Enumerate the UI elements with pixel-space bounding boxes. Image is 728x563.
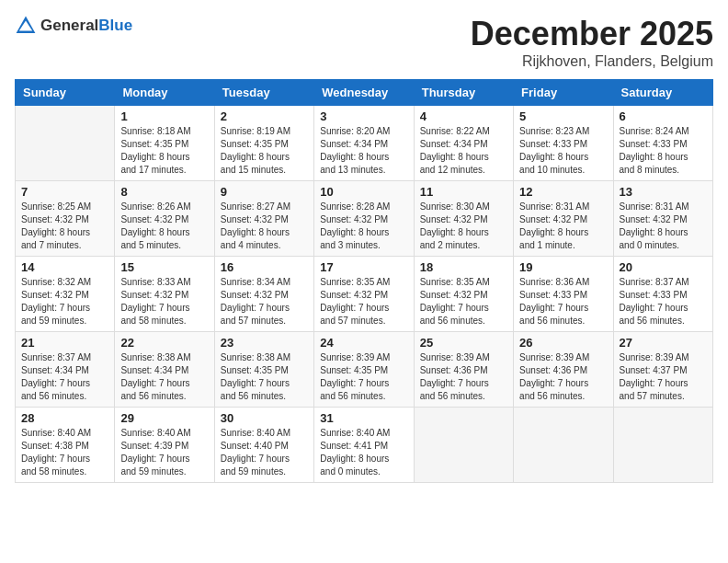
day-info: Sunrise: 8:33 AM Sunset: 4:32 PM Dayligh…: [120, 276, 208, 327]
calendar-cell: 1Sunrise: 8:18 AM Sunset: 4:35 PM Daylig…: [115, 106, 214, 181]
day-info: Sunrise: 8:36 AM Sunset: 4:33 PM Dayligh…: [519, 276, 607, 327]
calendar-week-row: 1Sunrise: 8:18 AM Sunset: 4:35 PM Daylig…: [16, 106, 713, 181]
calendar-cell: 17Sunrise: 8:35 AM Sunset: 4:32 PM Dayli…: [314, 257, 414, 332]
calendar-cell: 23Sunrise: 8:38 AM Sunset: 4:35 PM Dayli…: [214, 332, 313, 408]
day-number: 16: [221, 260, 308, 274]
calendar-cell: [16, 106, 115, 181]
day-number: 21: [21, 336, 108, 350]
day-number: 12: [519, 185, 607, 199]
day-number: 24: [320, 336, 407, 350]
calendar-cell: 31Sunrise: 8:40 AM Sunset: 4:41 PM Dayli…: [314, 408, 414, 483]
calendar-cell: 11Sunrise: 8:30 AM Sunset: 4:32 PM Dayli…: [414, 181, 513, 257]
logo-general: General: [40, 17, 98, 34]
calendar-cell: 12Sunrise: 8:31 AM Sunset: 4:32 PM Dayli…: [514, 181, 613, 257]
day-info: Sunrise: 8:38 AM Sunset: 4:35 PM Dayligh…: [221, 351, 308, 403]
calendar-week-row: 28Sunrise: 8:40 AM Sunset: 4:38 PM Dayli…: [16, 408, 713, 483]
day-number: 26: [519, 336, 607, 350]
weekday-header-thursday: Thursday: [414, 80, 513, 106]
month-title: December 2025: [471, 15, 713, 53]
calendar-cell: 30Sunrise: 8:40 AM Sunset: 4:40 PM Dayli…: [214, 408, 313, 483]
weekday-header-wednesday: Wednesday: [314, 80, 414, 106]
calendar-cell: 22Sunrise: 8:38 AM Sunset: 4:34 PM Dayli…: [115, 332, 214, 408]
day-info: Sunrise: 8:18 AM Sunset: 4:35 PM Dayligh…: [120, 125, 208, 177]
calendar-cell: 2Sunrise: 8:19 AM Sunset: 4:35 PM Daylig…: [214, 106, 313, 181]
calendar-cell: 20Sunrise: 8:37 AM Sunset: 4:33 PM Dayli…: [613, 257, 712, 332]
calendar-cell: 18Sunrise: 8:35 AM Sunset: 4:32 PM Dayli…: [414, 257, 513, 332]
day-info: Sunrise: 8:28 AM Sunset: 4:32 PM Dayligh…: [320, 201, 407, 252]
calendar-cell: 6Sunrise: 8:24 AM Sunset: 4:33 PM Daylig…: [613, 106, 712, 181]
day-info: Sunrise: 8:22 AM Sunset: 4:34 PM Dayligh…: [420, 125, 507, 177]
day-info: Sunrise: 8:34 AM Sunset: 4:32 PM Dayligh…: [221, 276, 308, 327]
calendar-cell: [514, 408, 613, 483]
calendar-cell: [414, 408, 513, 483]
day-number: 11: [420, 185, 507, 199]
weekday-header-saturday: Saturday: [613, 80, 712, 106]
day-info: Sunrise: 8:39 AM Sunset: 4:37 PM Dayligh…: [620, 351, 707, 403]
calendar-cell: 26Sunrise: 8:39 AM Sunset: 4:36 PM Dayli…: [514, 332, 613, 408]
day-number: 19: [519, 260, 607, 274]
day-number: 8: [120, 185, 208, 199]
calendar-cell: 29Sunrise: 8:40 AM Sunset: 4:39 PM Dayli…: [115, 408, 214, 483]
day-number: 9: [221, 185, 308, 199]
calendar-cell: 25Sunrise: 8:39 AM Sunset: 4:36 PM Dayli…: [414, 332, 513, 408]
day-number: 10: [320, 185, 407, 199]
day-number: 25: [420, 336, 507, 350]
day-info: Sunrise: 8:37 AM Sunset: 4:33 PM Dayligh…: [620, 276, 707, 327]
day-info: Sunrise: 8:39 AM Sunset: 4:35 PM Dayligh…: [320, 351, 407, 403]
weekday-header-monday: Monday: [115, 80, 214, 106]
calendar-cell: 9Sunrise: 8:27 AM Sunset: 4:32 PM Daylig…: [214, 181, 313, 257]
calendar-cell: 7Sunrise: 8:25 AM Sunset: 4:32 PM Daylig…: [16, 181, 115, 257]
calendar-cell: 8Sunrise: 8:26 AM Sunset: 4:32 PM Daylig…: [115, 181, 214, 257]
day-number: 7: [21, 185, 108, 199]
calendar-week-row: 14Sunrise: 8:32 AM Sunset: 4:32 PM Dayli…: [16, 257, 713, 332]
day-info: Sunrise: 8:30 AM Sunset: 4:32 PM Dayligh…: [420, 201, 507, 252]
calendar-cell: 5Sunrise: 8:23 AM Sunset: 4:33 PM Daylig…: [514, 106, 613, 181]
calendar-cell: 10Sunrise: 8:28 AM Sunset: 4:32 PM Dayli…: [314, 181, 414, 257]
day-number: 22: [120, 336, 208, 350]
day-info: Sunrise: 8:40 AM Sunset: 4:41 PM Dayligh…: [320, 427, 407, 478]
day-info: Sunrise: 8:39 AM Sunset: 4:36 PM Dayligh…: [519, 351, 607, 403]
page-header: GeneralBlue December 2025 Rijkhoven, Fla…: [15, 15, 713, 70]
day-number: 30: [221, 411, 308, 425]
day-number: 4: [420, 109, 507, 123]
calendar-cell: [613, 408, 712, 483]
day-number: 6: [620, 109, 707, 123]
day-info: Sunrise: 8:26 AM Sunset: 4:32 PM Dayligh…: [120, 201, 208, 252]
calendar-cell: 24Sunrise: 8:39 AM Sunset: 4:35 PM Dayli…: [314, 332, 414, 408]
day-info: Sunrise: 8:31 AM Sunset: 4:32 PM Dayligh…: [620, 201, 707, 252]
day-number: 14: [21, 260, 108, 274]
day-info: Sunrise: 8:40 AM Sunset: 4:40 PM Dayligh…: [221, 427, 308, 478]
day-info: Sunrise: 8:23 AM Sunset: 4:33 PM Dayligh…: [519, 125, 607, 177]
calendar-cell: 28Sunrise: 8:40 AM Sunset: 4:38 PM Dayli…: [16, 408, 115, 483]
title-area: December 2025 Rijkhoven, Flanders, Belgi…: [471, 15, 713, 70]
day-info: Sunrise: 8:25 AM Sunset: 4:32 PM Dayligh…: [21, 201, 108, 252]
day-info: Sunrise: 8:32 AM Sunset: 4:32 PM Dayligh…: [21, 276, 108, 327]
day-info: Sunrise: 8:27 AM Sunset: 4:32 PM Dayligh…: [221, 201, 308, 252]
day-number: 1: [120, 109, 208, 123]
weekday-header-sunday: Sunday: [16, 80, 115, 106]
day-info: Sunrise: 8:38 AM Sunset: 4:34 PM Dayligh…: [120, 351, 208, 403]
day-number: 15: [120, 260, 208, 274]
day-number: 28: [21, 411, 108, 425]
weekday-header-friday: Friday: [514, 80, 613, 106]
calendar-cell: 27Sunrise: 8:39 AM Sunset: 4:37 PM Dayli…: [613, 332, 712, 408]
calendar-cell: 4Sunrise: 8:22 AM Sunset: 4:34 PM Daylig…: [414, 106, 513, 181]
day-info: Sunrise: 8:40 AM Sunset: 4:38 PM Dayligh…: [21, 427, 108, 478]
day-info: Sunrise: 8:35 AM Sunset: 4:32 PM Dayligh…: [420, 276, 507, 327]
day-number: 5: [519, 109, 607, 123]
day-number: 20: [620, 260, 707, 274]
day-number: 29: [120, 411, 208, 425]
calendar-week-row: 7Sunrise: 8:25 AM Sunset: 4:32 PM Daylig…: [16, 181, 713, 257]
day-number: 13: [620, 185, 707, 199]
calendar-cell: 15Sunrise: 8:33 AM Sunset: 4:32 PM Dayli…: [115, 257, 214, 332]
day-info: Sunrise: 8:37 AM Sunset: 4:34 PM Dayligh…: [21, 351, 108, 403]
day-number: 23: [221, 336, 308, 350]
calendar-week-row: 21Sunrise: 8:37 AM Sunset: 4:34 PM Dayli…: [16, 332, 713, 408]
calendar-cell: 19Sunrise: 8:36 AM Sunset: 4:33 PM Dayli…: [514, 257, 613, 332]
calendar-cell: 13Sunrise: 8:31 AM Sunset: 4:32 PM Dayli…: [613, 181, 712, 257]
day-number: 17: [320, 260, 407, 274]
calendar-cell: 14Sunrise: 8:32 AM Sunset: 4:32 PM Dayli…: [16, 257, 115, 332]
calendar-cell: 3Sunrise: 8:20 AM Sunset: 4:34 PM Daylig…: [314, 106, 414, 181]
location-title: Rijkhoven, Flanders, Belgium: [471, 53, 713, 70]
day-info: Sunrise: 8:35 AM Sunset: 4:32 PM Dayligh…: [320, 276, 407, 327]
